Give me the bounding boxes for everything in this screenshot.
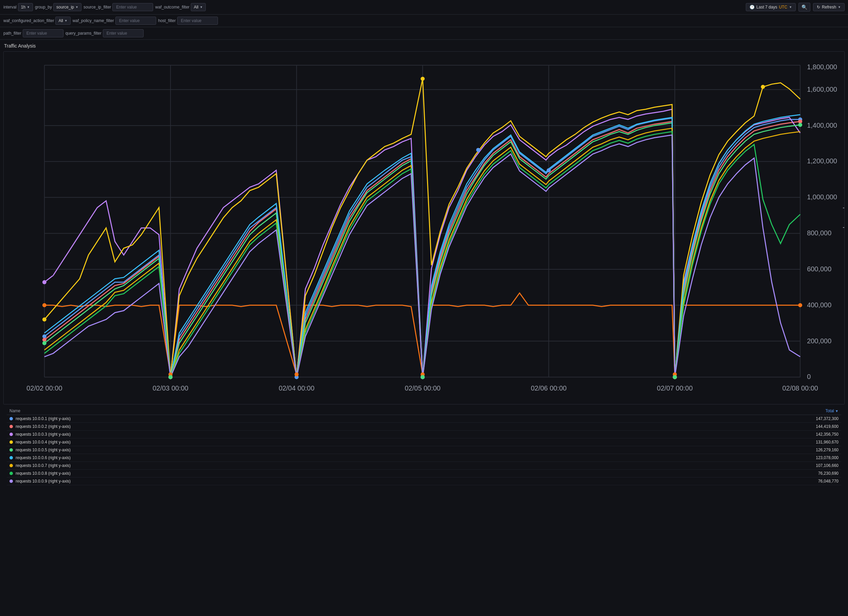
svg-point-64 xyxy=(42,341,46,345)
interval-group: interval 1h ▼ xyxy=(3,3,33,11)
svg-point-68 xyxy=(798,123,802,127)
legend-label: requests 10.0.0.6 (right y-axis) xyxy=(16,456,71,460)
svg-text:02/06 00:00: 02/06 00:00 xyxy=(531,384,566,392)
refresh-button[interactable]: ↻ Refresh ▼ xyxy=(813,3,845,11)
waf-action-group: waf_configured_action_filter All ▼ xyxy=(3,16,71,25)
waf-policy-input[interactable] xyxy=(116,16,156,25)
legend-total-cell: 147,372,300 xyxy=(594,415,841,423)
svg-point-40 xyxy=(476,148,480,152)
legend-body: requests 10.0.0.1 (right y-axis) 147,372… xyxy=(7,415,841,485)
refresh-chevron-icon: ▼ xyxy=(838,6,841,9)
legend-color-dot xyxy=(9,464,13,467)
legend-color-dot xyxy=(9,456,13,459)
legend-color-dot xyxy=(9,472,13,475)
legend-row[interactable]: requests 10.0.0.5 (right y-axis) 126,279… xyxy=(7,446,841,454)
interval-select[interactable]: 1h ▼ xyxy=(18,3,33,11)
path-filter-label: path_filter xyxy=(3,31,21,36)
groupby-select[interactable]: source_ip ▼ xyxy=(53,3,82,11)
legend-color-dot xyxy=(9,441,13,444)
legend-color-dot xyxy=(9,417,13,420)
svg-point-53 xyxy=(42,318,46,322)
legend-name-cell: requests 10.0.0.1 (right y-axis) xyxy=(7,415,594,423)
legend-row[interactable]: requests 10.0.0.2 (right y-axis) 144,419… xyxy=(7,423,841,430)
legend-total-cell: 107,106,660 xyxy=(594,462,841,470)
legend-section: Name Total ▼ requests 10.0.0.1 (right y-… xyxy=(0,407,848,489)
svg-point-66 xyxy=(421,375,425,379)
waf-outcome-group: waf_outcome_filter All ▼ xyxy=(155,3,206,11)
legend-total-cell: 142,356,750 xyxy=(594,430,841,438)
legend-table: Name Total ▼ requests 10.0.0.1 (right y-… xyxy=(7,407,841,485)
host-filter-input[interactable] xyxy=(177,16,218,25)
query-filter-input[interactable] xyxy=(103,29,144,37)
legend-row[interactable]: requests 10.0.0.7 (right y-axis) 107,106… xyxy=(7,462,841,470)
svg-text:0: 0 xyxy=(807,373,811,380)
legend-row[interactable]: requests 10.0.0.8 (right y-axis) 76,230,… xyxy=(7,470,841,478)
svg-point-60 xyxy=(295,372,299,376)
svg-text:800,000: 800,000 xyxy=(807,229,832,237)
legend-name-cell: requests 10.0.0.2 (right y-axis) xyxy=(7,423,594,430)
legend-label: requests 10.0.0.2 (right y-axis) xyxy=(16,424,71,429)
svg-point-57 xyxy=(761,85,765,89)
legend-total-cell: 126,279,160 xyxy=(594,446,841,454)
waf-action-label: waf_configured_action_filter xyxy=(3,18,54,23)
svg-point-54 xyxy=(421,77,425,81)
host-filter-group: host_filter xyxy=(158,16,218,25)
groupby-group: group_by source_ip ▼ xyxy=(35,3,82,11)
legend-name-cell: requests 10.0.0.5 (right y-axis) xyxy=(7,446,594,454)
time-chevron-icon: ▼ xyxy=(789,6,792,9)
legend-total-cell: 131,960,670 xyxy=(594,438,841,446)
interval-chevron-icon: ▼ xyxy=(27,6,30,9)
legend-name-cell: requests 10.0.0.3 (right y-axis) xyxy=(7,430,594,438)
traffic-chart: 0 200,000 400,000 600,000 800,000 1,000,… xyxy=(4,52,844,404)
legend-row[interactable]: requests 10.0.0.6 (right y-axis) 123,078… xyxy=(7,454,841,462)
toolbar-row1: interval 1h ▼ group_by source_ip ▼ sourc… xyxy=(0,0,848,15)
waf-outcome-value: All xyxy=(194,5,198,9)
time-range-picker[interactable]: 🕐 Last 7 days UTC ▼ xyxy=(746,3,796,11)
interval-label: interval xyxy=(3,5,16,9)
legend-name-cell: requests 10.0.0.9 (right y-axis) xyxy=(7,478,594,485)
legend-color-dot xyxy=(9,433,13,436)
svg-text:02/05 00:00: 02/05 00:00 xyxy=(405,384,440,392)
chart-container: Traffic Analysis xyxy=(0,40,848,404)
svg-point-49 xyxy=(42,280,46,284)
legend-total-cell: 123,078,000 xyxy=(594,454,841,462)
source-ip-filter-group: source_ip_filter xyxy=(83,3,153,11)
svg-text:02/08 00:00: 02/08 00:00 xyxy=(782,384,818,392)
groupby-value: source_ip xyxy=(56,5,74,9)
waf-action-select[interactable]: All ▼ xyxy=(55,16,70,25)
legend-row[interactable]: requests 10.0.0.4 (right y-axis) 131,960… xyxy=(7,438,841,446)
svg-text:1,200,000: 1,200,000 xyxy=(807,157,837,165)
name-column-header[interactable]: Name xyxy=(7,407,594,415)
path-filter-input[interactable] xyxy=(23,29,64,37)
legend-label: requests 10.0.0.3 (right y-axis) xyxy=(16,432,71,437)
legend-label: requests 10.0.0.1 (right y-axis) xyxy=(16,416,71,421)
interval-value: 1h xyxy=(21,5,25,9)
svg-text:1,600,000: 1,600,000 xyxy=(807,86,837,93)
svg-text:400,000: 400,000 xyxy=(807,301,832,309)
legend-row[interactable]: requests 10.0.0.1 (right y-axis) 147,372… xyxy=(7,415,841,423)
path-filter-group: path_filter xyxy=(3,29,64,37)
legend-label: requests 10.0.0.4 (right y-axis) xyxy=(16,440,71,444)
svg-text:1,000,000: 1,000,000 xyxy=(807,193,837,201)
legend-name-cell: requests 10.0.0.6 (right y-axis) xyxy=(7,454,594,462)
chart-area[interactable]: 0 200,000 400,000 600,000 800,000 1,000,… xyxy=(3,51,845,404)
zoom-out-icon: 🔍 xyxy=(802,4,807,10)
waf-outcome-select[interactable]: All ▼ xyxy=(191,3,206,11)
svg-text:02/02 00:00: 02/02 00:00 xyxy=(27,384,62,392)
legend-row[interactable]: requests 10.0.0.3 (right y-axis) 142,356… xyxy=(7,430,841,438)
clock-icon: 🕐 xyxy=(750,5,755,9)
groupby-chevron-icon: ▼ xyxy=(76,6,79,9)
refresh-icon: ↻ xyxy=(817,5,820,9)
legend-total-cell: 76,230,690 xyxy=(594,470,841,478)
waf-policy-group: waf_policy_name_filter xyxy=(73,16,156,25)
legend-label: requests 10.0.0.9 (right y-axis) xyxy=(16,479,71,484)
zoom-out-button[interactable]: 🔍 xyxy=(798,3,810,12)
svg-text:02/07 00:00: 02/07 00:00 xyxy=(657,384,692,392)
host-filter-label: host_filter xyxy=(158,18,176,23)
total-column-header[interactable]: Total ▼ xyxy=(594,407,841,415)
source-ip-filter-input[interactable] xyxy=(113,3,153,11)
svg-text:200,000: 200,000 xyxy=(807,337,832,345)
legend-row[interactable]: requests 10.0.0.9 (right y-axis) 76,048,… xyxy=(7,478,841,485)
query-filter-group: query_params_filter xyxy=(65,29,144,37)
svg-point-58 xyxy=(42,303,46,307)
